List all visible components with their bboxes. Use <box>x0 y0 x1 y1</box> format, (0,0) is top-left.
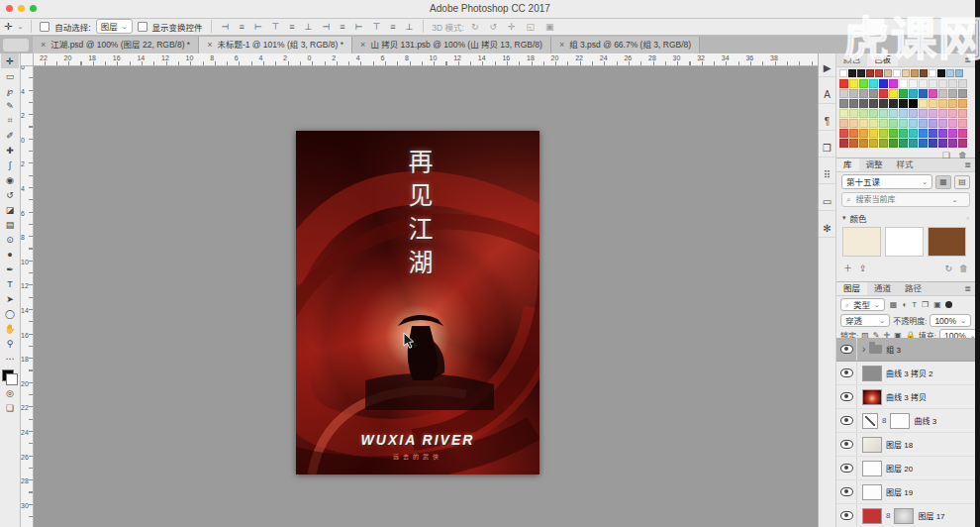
visibility-toggle[interactable] <box>836 457 857 479</box>
color-swatch[interactable] <box>919 129 928 138</box>
recent-color-swatch[interactable] <box>857 69 865 77</box>
align-icon[interactable]: ⊤ <box>370 22 382 32</box>
path-selection-tool[interactable]: ➤ <box>1 291 19 306</box>
type-tool[interactable]: T <box>1 276 19 291</box>
move-tool[interactable]: ✛ <box>1 53 19 68</box>
color-swatch[interactable] <box>869 129 878 138</box>
panel-menu-icon[interactable]: ≣ <box>960 158 975 171</box>
list-view-button[interactable]: ▤ <box>954 175 970 189</box>
align-icon[interactable]: ⊤ <box>270 22 282 32</box>
layer-filter-dropdown[interactable]: ⌕ 类型 ⌄ <box>840 298 885 311</box>
color-swatch[interactable] <box>879 139 888 148</box>
layer-row[interactable]: 图层 18 <box>836 433 975 457</box>
color-swatch[interactable] <box>929 99 937 108</box>
recent-color-swatch[interactable] <box>893 69 901 77</box>
blur-tool[interactable]: ⊙ <box>1 232 19 247</box>
color-swatch[interactable] <box>899 79 908 88</box>
color-swatch[interactable] <box>839 129 848 138</box>
color-swatch[interactable] <box>899 99 908 108</box>
color-swatch[interactable] <box>929 129 937 138</box>
zoom-tool[interactable]: ⚲ <box>1 336 19 351</box>
recent-color-swatch[interactable] <box>929 69 936 77</box>
3d-panel-icon[interactable]: ❒ <box>819 140 835 158</box>
color-swatch[interactable] <box>919 119 928 128</box>
align-icon[interactable]: ≡ <box>237 22 245 32</box>
color-swatch[interactable] <box>929 109 937 118</box>
color-swatch[interactable] <box>889 119 898 128</box>
color-swatch[interactable] <box>958 89 967 98</box>
canvas-area[interactable]: 再见江湖 WUXIA RIVER 远去的武侠 ✛ <box>33 65 818 527</box>
color-swatch[interactable] <box>938 89 947 98</box>
color-swatch[interactable] <box>929 89 937 98</box>
color-swatch[interactable] <box>889 99 898 108</box>
document-tab[interactable]: ×未标题-1 @ 101% (组 3, RGB/8) * <box>199 37 352 53</box>
layer-thumbnail[interactable] <box>862 437 882 453</box>
3d-mode-icon[interactable]: ↻ <box>469 22 481 32</box>
library-search-input[interactable] <box>853 194 948 205</box>
color-swatch[interactable] <box>909 79 918 88</box>
expand-arrow-icon[interactable]: › <box>862 344 865 355</box>
color-swatch[interactable] <box>849 109 858 118</box>
screen-mode-button[interactable]: ❏ <box>1 400 19 415</box>
shape-tool[interactable]: ◯ <box>1 306 19 321</box>
color-swatch[interactable] <box>938 119 947 128</box>
color-swatch[interactable] <box>948 139 957 148</box>
color-swatch[interactable] <box>879 89 888 98</box>
adjustment-layer-thumbnail[interactable] <box>862 413 878 429</box>
color-swatch[interactable] <box>899 119 908 128</box>
vertical-ruler[interactable]: 6420246810121416182022242628303234 <box>20 65 34 527</box>
color-swatch[interactable] <box>849 99 858 108</box>
3d-mode-icon[interactable]: ▣ <box>543 22 556 32</box>
eraser-tool[interactable]: ◪ <box>1 202 19 217</box>
opacity-dropdown[interactable]: 100% ⌄ <box>930 314 971 327</box>
color-swatch[interactable] <box>849 119 858 128</box>
libraries-tab[interactable]: 样式 <box>890 158 921 171</box>
color-swatch[interactable] <box>958 109 967 118</box>
color-swatch[interactable] <box>839 109 848 118</box>
visibility-toggle[interactable] <box>836 480 857 503</box>
horizontal-ruler[interactable]: 2220181614121086420246810121416182022242… <box>20 53 818 66</box>
color-swatch[interactable] <box>879 119 888 128</box>
library-color-swatch[interactable] <box>842 227 881 257</box>
recent-color-swatch[interactable] <box>848 69 856 77</box>
color-swatch[interactable] <box>859 99 868 108</box>
libraries-tab[interactable]: 库 <box>836 158 859 171</box>
pen-tool[interactable]: ✒ <box>1 262 19 276</box>
close-tab-icon[interactable]: × <box>207 37 212 53</box>
swatches-tab[interactable]: 色板 <box>867 53 898 66</box>
layer-mask-thumbnail[interactable] <box>890 413 910 429</box>
layer-thumbnail[interactable] <box>862 484 882 500</box>
color-swatch[interactable] <box>869 79 878 88</box>
actions-panel-icon[interactable]: ▶ <box>819 59 835 77</box>
color-swatch[interactable] <box>909 119 918 128</box>
align-icon[interactable]: ≡ <box>338 22 346 32</box>
layer-row[interactable]: 图层 19 <box>836 480 975 504</box>
color-swatch[interactable] <box>909 99 918 108</box>
close-tab-icon[interactable]: × <box>559 37 564 53</box>
color-swatch[interactable] <box>889 109 898 118</box>
hand-tool[interactable]: ✋ <box>1 321 19 336</box>
properties-panel-icon[interactable]: ✻ <box>819 220 835 238</box>
sync-icon[interactable]: ↻ <box>944 264 952 273</box>
color-swatch[interactable] <box>938 109 947 118</box>
visibility-toggle[interactable] <box>836 338 857 361</box>
color-swatch[interactable] <box>948 99 957 108</box>
color-swatch[interactable] <box>919 109 928 118</box>
paragraph-panel-icon[interactable]: ¶ <box>819 113 835 131</box>
panel-menu-icon[interactable]: ≣ <box>960 53 975 66</box>
color-swatch[interactable] <box>859 89 868 98</box>
ruler-corner[interactable] <box>20 53 34 66</box>
layer-filter-icon[interactable]: ▣ <box>933 300 941 309</box>
layer-filter-icon[interactable]: ◐ <box>902 300 907 309</box>
color-swatch[interactable] <box>889 129 898 138</box>
layer-filter-icon[interactable]: T <box>912 300 917 309</box>
color-swatch[interactable] <box>859 119 868 128</box>
color-swatch[interactable] <box>919 99 928 108</box>
color-swatch[interactable] <box>859 79 868 88</box>
layer-row[interactable]: 曲线 3 拷贝 2 <box>836 362 975 385</box>
dodge-tool[interactable]: ● <box>1 247 19 262</box>
visibility-toggle[interactable] <box>836 409 857 432</box>
marquee-tool[interactable]: ▭ <box>1 68 19 83</box>
blend-mode-dropdown[interactable]: 穿透 ⌄ <box>840 314 890 327</box>
color-swatch[interactable] <box>938 99 947 108</box>
